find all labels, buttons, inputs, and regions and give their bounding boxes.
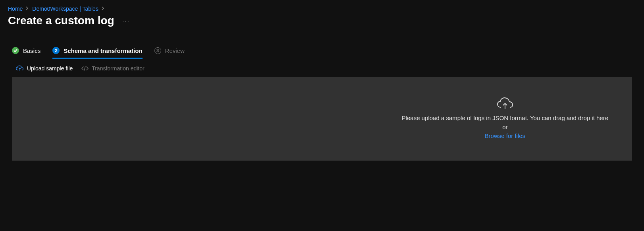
tab-schema-transformation[interactable]: 2 Schema and transformation bbox=[52, 47, 142, 59]
tab-basics[interactable]: Basics bbox=[12, 47, 40, 59]
wizard-tabs: Basics 2 Schema and transformation 3 Rev… bbox=[0, 31, 644, 59]
checkmark-icon bbox=[12, 47, 19, 54]
tab-review: 3 Review bbox=[154, 47, 185, 59]
step-number-badge: 2 bbox=[52, 47, 60, 54]
subtab-bar: Upload sample file Transformation editor bbox=[0, 59, 644, 76]
upload-content: Please upload a sample of logs in JSON f… bbox=[402, 97, 608, 141]
upload-instruction-line1: Please upload a sample of logs in JSON f… bbox=[402, 114, 608, 123]
upload-instruction-line2: or bbox=[402, 123, 608, 132]
code-icon bbox=[81, 66, 89, 71]
chevron-right-icon bbox=[26, 6, 29, 12]
tab-label: Schema and transformation bbox=[64, 47, 142, 54]
more-actions-button[interactable]: ··· bbox=[122, 16, 130, 25]
breadcrumb-home[interactable]: Home bbox=[8, 6, 23, 12]
browse-for-files-link[interactable]: Browse for files bbox=[485, 132, 526, 139]
subtab-label: Upload sample file bbox=[27, 65, 73, 72]
subtab-transformation-editor: Transformation editor bbox=[81, 65, 145, 72]
page-header: Create a custom log ··· bbox=[0, 14, 644, 31]
breadcrumb-workspace-tables[interactable]: Demo0Workspace | Tables bbox=[32, 6, 98, 12]
cloud-upload-icon bbox=[402, 97, 608, 110]
subtab-upload-sample-file[interactable]: Upload sample file bbox=[16, 65, 73, 72]
cloud-upload-icon bbox=[16, 65, 24, 72]
breadcrumb: Home Demo0Workspace | Tables bbox=[0, 0, 644, 14]
tab-label: Review bbox=[165, 47, 185, 54]
upload-dropzone[interactable]: Please upload a sample of logs in JSON f… bbox=[12, 77, 632, 161]
tab-label: Basics bbox=[23, 47, 40, 54]
chevron-right-icon bbox=[102, 6, 105, 12]
subtab-label: Transformation editor bbox=[92, 65, 145, 72]
step-number-badge: 3 bbox=[154, 47, 161, 54]
page-title: Create a custom log bbox=[8, 14, 114, 27]
